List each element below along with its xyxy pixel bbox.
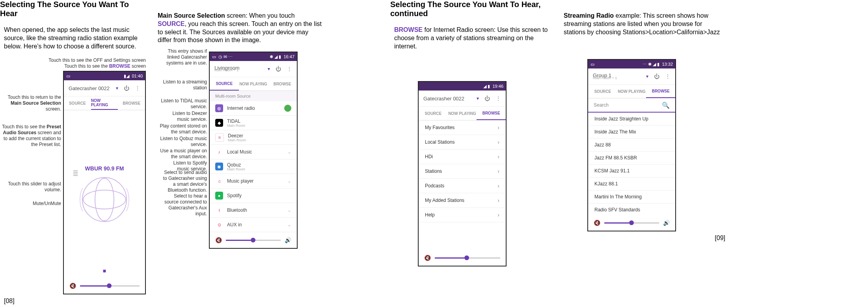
row-aux[interactable]: ⊙AUX in⌄: [210, 218, 297, 232]
station-row[interactable]: Jazz 88: [588, 139, 675, 152]
speaker-icon[interactable]: 🔊: [285, 237, 291, 243]
multiroom-label: Multi-room Source: [210, 91, 297, 101]
volume-slider[interactable]: [80, 285, 140, 287]
spotify-icon: ●: [215, 192, 223, 200]
tab-now-playing[interactable]: NOW PLAYING: [91, 96, 118, 110]
tabs: SOURCE NOW PLAYING BROWSE: [588, 85, 675, 98]
volume-slider[interactable]: [226, 240, 281, 241]
clock: 16:47: [283, 54, 294, 59]
mute-icon[interactable]: 🔇: [594, 220, 600, 226]
callout-linked: This entry shows if linked Gatecrasher s…: [160, 48, 207, 66]
browse-row-label: My Favourites: [425, 125, 454, 130]
row-spotify[interactable]: ●Spotify: [210, 189, 297, 203]
browse-row[interactable]: My Added Stations›: [419, 193, 506, 208]
speaker-icon[interactable]: 🔊: [663, 220, 670, 226]
volume-slider[interactable]: [604, 222, 659, 224]
dropdown-icon[interactable]: ▾: [268, 66, 270, 72]
tab-browse[interactable]: BROWSE: [268, 77, 297, 91]
browse-row-label: Help: [425, 212, 435, 218]
preset-list-icon[interactable]: [73, 169, 84, 179]
row-tidal[interactable]: ◆TIDALMain Room: [210, 116, 297, 130]
station-row[interactable]: Radio SFV Standards: [588, 203, 675, 215]
station-row[interactable]: KJazz 88.1: [588, 178, 675, 190]
page-number-left: [08]: [4, 298, 146, 305]
device-name: Gatecrasher 0022: [423, 96, 464, 102]
browse-row[interactable]: Help›: [419, 208, 506, 222]
station-row[interactable]: Martini In The Morning: [588, 190, 675, 203]
status-bar: ▭ ▮◢ 01:40: [64, 72, 145, 80]
tab-source[interactable]: SOURCE: [64, 96, 91, 110]
cast-icon: ▭: [66, 74, 70, 79]
tab-source[interactable]: SOURCE: [588, 85, 617, 98]
row-music-player[interactable]: ♫Music player⌄: [210, 174, 297, 189]
playback-controls[interactable]: ■: [64, 264, 145, 278]
callout-local: Play content stored on the smart device.: [160, 123, 207, 135]
menu-dots-icon[interactable]: ⋮: [287, 66, 292, 72]
title-bar: Gatecrasher 0022 ▾ ⏻ ⋮: [419, 91, 506, 107]
volume-bar: 🔇: [419, 250, 506, 266]
row-qobuz[interactable]: ◉QobuzMain Room: [210, 159, 297, 174]
dropdown-icon[interactable]: ▾: [646, 74, 648, 79]
search-row[interactable]: Search 🔍: [588, 98, 675, 113]
power-icon[interactable]: ⏻: [124, 85, 129, 91]
status-bar: ▭ ⋯ ✱ ◢ ▮ 13:32: [588, 60, 675, 68]
music-note-icon: ♪: [215, 148, 223, 156]
browse-row-label: HDi: [425, 154, 433, 159]
volume-slider[interactable]: [435, 257, 500, 259]
tab-browse[interactable]: BROWSE: [646, 85, 675, 98]
row-local-music[interactable]: ♪Local Music⌄: [210, 145, 297, 159]
dropdown-icon[interactable]: ▾: [477, 96, 479, 101]
browse-row[interactable]: HDi›: [419, 150, 506, 164]
browse-row[interactable]: My Favourites›: [419, 120, 506, 135]
mute-icon[interactable]: 🔇: [424, 255, 431, 261]
clock: 01:40: [132, 74, 143, 78]
browse-row-label: My Added Stations: [425, 198, 464, 203]
power-icon[interactable]: ⏻: [654, 73, 659, 80]
chevron-right-icon: ›: [497, 154, 499, 160]
aux-icon: ⊙: [215, 221, 223, 229]
power-icon[interactable]: ⏻: [484, 95, 490, 102]
callout-return: Touch this to return to the Main Source …: [0, 94, 61, 112]
browse-row[interactable]: Stations›: [419, 164, 506, 179]
station-row[interactable]: KCSM Jazz 91.1: [588, 165, 675, 178]
station-row[interactable]: Inside Jazz Straighten Up: [588, 113, 675, 126]
tab-source[interactable]: SOURCE: [419, 107, 448, 120]
callout-browse: Touch this to see the BROWSE screen: [20, 63, 146, 69]
station-row[interactable]: Inside Jazz The Mix: [588, 126, 675, 139]
volume-bar: 🔇 🔊: [588, 215, 675, 231]
tab-browse[interactable]: BROWSE: [118, 96, 145, 110]
row-internet-radio[interactable]: ◍Internet radio: [210, 101, 297, 116]
search-placeholder: Search: [594, 102, 609, 108]
col2-intro: Main Source Selection screen: When you t…: [158, 12, 323, 44]
tab-now-playing[interactable]: NOW PLAYING: [617, 85, 646, 98]
active-dot-icon: [284, 105, 291, 112]
callout-player: Use a music player on the smart device.: [160, 148, 207, 160]
station-row[interactable]: Jazz FM 88.5 KSBR: [588, 152, 675, 165]
mute-icon[interactable]: 🔇: [69, 283, 76, 289]
dropdown-icon[interactable]: ▾: [116, 85, 118, 91]
menu-dots-icon[interactable]: ⋮: [495, 95, 501, 102]
row-deezer[interactable]: ≡DeezerMain Room: [210, 130, 297, 145]
tab-now-playing[interactable]: NOW PLAYING: [239, 77, 268, 91]
browse-row[interactable]: Local Stations›: [419, 135, 506, 150]
phone-browse: ◢ ▮ 19:46 Gatecrasher 0022 ▾ ⏻ ⋮ SOURCE …: [418, 81, 507, 266]
search-icon[interactable]: 🔍: [662, 102, 670, 109]
row-bluetooth[interactable]: ᚼBluetooth⌄: [210, 203, 297, 218]
chevron-down-icon: ⌄: [287, 149, 291, 155]
qobuz-icon: ◉: [215, 163, 223, 170]
chevron-down-icon: ⌄: [287, 207, 291, 213]
chevron-down-icon: ⌄: [287, 222, 291, 227]
tab-now-playing[interactable]: NOW PLAYING: [448, 107, 477, 120]
menu-dots-icon[interactable]: ⋮: [665, 73, 671, 80]
menu-dots-icon[interactable]: ⋮: [135, 85, 140, 91]
browse-row[interactable]: Podcasts›: [419, 179, 506, 193]
tab-browse[interactable]: BROWSE: [477, 107, 506, 120]
chevron-down-icon: ⌄: [287, 178, 291, 184]
cast-icon: ▭: [212, 54, 216, 59]
clock: 13:32: [662, 62, 673, 67]
mute-icon[interactable]: 🔇: [215, 237, 222, 243]
power-icon[interactable]: ⏻: [276, 66, 281, 72]
callout-tidal: Listen to TIDAL music service.: [160, 98, 207, 110]
title-bar: Group 1 Main Room + 1 ▾ ⏻ ⋮: [588, 68, 675, 85]
tab-source[interactable]: SOURCE: [210, 77, 239, 91]
